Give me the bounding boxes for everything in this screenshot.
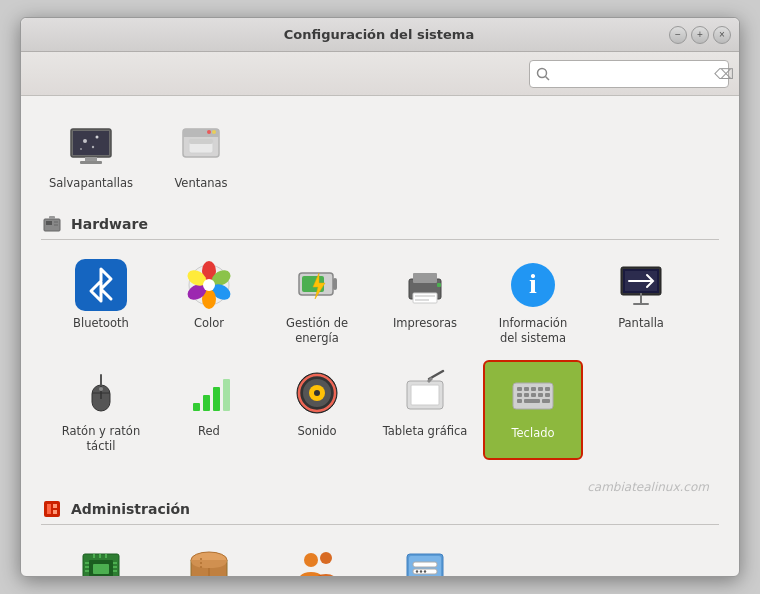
app-icon-energia[interactable]: Gestión de energía	[267, 252, 367, 352]
impresoras-label: Impresoras	[393, 316, 457, 331]
svg-rect-66	[531, 387, 536, 391]
app-icon-raton[interactable]: Ratón y ratón táctil	[51, 360, 151, 460]
app-icon-tableta[interactable]: Tableta gráfica	[375, 360, 475, 460]
administracion-title: Administración	[71, 501, 190, 517]
window-title: Configuración del sistema	[89, 27, 669, 42]
info-icon-img: i	[506, 258, 560, 312]
svg-rect-87	[113, 562, 117, 564]
search-input[interactable]	[554, 66, 714, 81]
svg-rect-44	[633, 303, 649, 305]
svg-rect-35	[413, 273, 437, 283]
raton-label: Ratón y ratón táctil	[57, 424, 145, 454]
svg-point-9	[80, 148, 82, 150]
teclado-icon-img	[506, 368, 560, 422]
svg-rect-65	[524, 387, 529, 391]
hardware-title: Hardware	[71, 216, 148, 232]
svg-point-97	[304, 553, 318, 567]
svg-point-49	[99, 387, 103, 391]
raton-icon-img	[74, 366, 128, 420]
svg-point-8	[92, 146, 94, 148]
watermark: cambiatealinux.com	[41, 476, 719, 498]
svg-text:i: i	[529, 268, 537, 299]
controladores-icon-img	[74, 543, 128, 576]
close-button[interactable]: ×	[713, 26, 731, 44]
svg-rect-39	[437, 283, 441, 287]
administracion-section: Administración	[41, 498, 719, 576]
titlebar: Configuración del sistema − + ×	[21, 18, 739, 52]
app-icon-impresoras[interactable]: Impresoras	[375, 252, 475, 352]
app-icon-pantalla[interactable]: Pantalla	[591, 252, 691, 352]
svg-rect-19	[54, 221, 58, 223]
app-icon-teclado[interactable]: Teclado	[483, 360, 583, 460]
maximize-button[interactable]: +	[691, 26, 709, 44]
login-icon-img: Iniciar sesión	[398, 543, 452, 576]
svg-rect-86	[85, 570, 89, 572]
app-icon-salvapantallas[interactable]: Salvapantallas	[41, 112, 141, 197]
search-icon	[536, 67, 550, 81]
svg-point-104	[420, 570, 422, 572]
svg-rect-37	[415, 295, 435, 297]
pantalla-icon-img	[614, 258, 668, 312]
ventanas-icon-img	[174, 118, 228, 172]
svg-rect-14	[189, 139, 213, 144]
app-icon-bluetooth[interactable]: Bluetooth	[51, 252, 151, 352]
app-icon-usuarios[interactable]: Usuarios y grupos	[267, 537, 367, 576]
content-area: Salvapantallas Vent	[21, 96, 739, 576]
svg-rect-36	[413, 293, 437, 303]
svg-rect-52	[213, 387, 220, 411]
svg-rect-32	[333, 278, 337, 290]
svg-point-7	[96, 136, 99, 139]
color-label: Color	[194, 316, 224, 331]
svg-point-16	[212, 130, 216, 134]
ventanas-label: Ventanas	[174, 176, 227, 191]
hardware-section-icon	[41, 213, 63, 235]
svg-rect-78	[47, 504, 51, 514]
bluetooth-icon-img	[74, 258, 128, 312]
pantalla-label: Pantalla	[618, 316, 664, 331]
svg-point-15	[207, 130, 211, 134]
svg-rect-68	[545, 387, 550, 391]
app-icon-controladores[interactable]: Administrador de controladores	[51, 537, 151, 576]
app-icon-ventanas[interactable]: Ventanas	[151, 112, 251, 197]
svg-rect-77	[44, 501, 60, 517]
svg-point-105	[424, 570, 426, 572]
color-icon-img	[182, 258, 236, 312]
app-icon-color[interactable]: Color	[159, 252, 259, 352]
svg-rect-12	[183, 134, 219, 137]
svg-rect-74	[517, 399, 522, 403]
svg-rect-3	[73, 131, 109, 155]
sonido-label: Sonido	[297, 424, 336, 439]
window-controls: − + ×	[669, 26, 731, 44]
svg-rect-80	[53, 510, 57, 514]
minimize-button[interactable]: −	[669, 26, 687, 44]
hardware-header: Hardware	[41, 213, 719, 240]
svg-rect-90	[93, 554, 95, 558]
top-partial-icons: Salvapantallas Vent	[41, 106, 719, 197]
app-icon-red[interactable]: Red	[159, 360, 259, 460]
clear-icon[interactable]: ⌫	[714, 66, 734, 82]
svg-rect-51	[203, 395, 210, 411]
svg-rect-64	[517, 387, 522, 391]
svg-rect-70	[524, 393, 529, 397]
app-icon-sonido[interactable]: Sonido	[267, 360, 367, 460]
svg-point-57	[314, 390, 320, 396]
app-icon-info[interactable]: i Información del sistema	[483, 252, 583, 352]
svg-rect-76	[542, 399, 550, 403]
app-icon-software[interactable]: Orígenes del software	[159, 537, 259, 576]
svg-rect-92	[105, 554, 107, 558]
svg-rect-67	[538, 387, 543, 391]
svg-point-30	[203, 279, 215, 291]
svg-rect-83	[93, 564, 109, 574]
svg-rect-73	[545, 393, 550, 397]
teclado-label: Teclado	[511, 426, 554, 441]
svg-line-1	[546, 76, 550, 80]
app-icon-login[interactable]: Iniciar sesión Ventana de inicio de sesi…	[375, 537, 475, 576]
svg-rect-5	[80, 161, 102, 164]
svg-rect-60	[411, 385, 439, 405]
usuarios-icon-img	[290, 543, 344, 576]
toolbar: ⌫	[21, 52, 739, 96]
hardware-section: Hardware Bluetooth	[41, 213, 719, 460]
content-scroll[interactable]: Salvapantallas Vent	[21, 96, 739, 576]
svg-rect-4	[85, 157, 97, 161]
svg-rect-75	[524, 399, 540, 403]
